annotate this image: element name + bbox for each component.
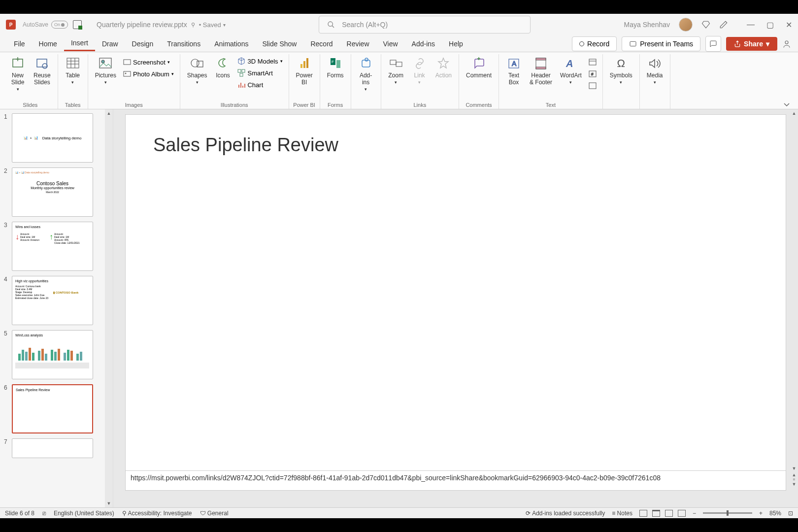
svg-rect-51 [18, 354, 21, 361]
zoom-in-button[interactable]: + [759, 510, 763, 517]
symbols-button[interactable]: ΩSymbols▾ [607, 55, 635, 86]
text-predictions-icon[interactable]: ⎚ [42, 510, 46, 517]
slide-thumbnail-2[interactable]: 📊 + 📊 Data storytelling demoContoso Sale… [12, 167, 93, 217]
minimize-button[interactable]: — [747, 20, 755, 30]
header-footer-button[interactable]: Header & Footer [527, 55, 555, 87]
chart-button[interactable]: Chart [235, 80, 284, 90]
tab-design[interactable]: Design [125, 37, 161, 51]
pen-icon[interactable] [719, 20, 728, 29]
diamond-icon[interactable] [701, 20, 710, 29]
date-time-button[interactable] [587, 57, 598, 67]
svg-point-19 [191, 59, 199, 67]
tab-record[interactable]: Record [303, 37, 339, 51]
screenshot-icon [123, 58, 131, 66]
slideshow-view-button[interactable] [678, 510, 686, 517]
wordart-button[interactable]: AWordArt▾ [557, 55, 585, 86]
reuse-slides-button[interactable]: Reuse Slides [31, 55, 54, 87]
thumbnail-scrollbar[interactable]: ▲▼ [105, 109, 113, 507]
slide-thumbnail-5[interactable]: Win/Loss analysis [12, 330, 93, 379]
slide-title[interactable]: Sales Pipeline Review [153, 134, 758, 156]
slide-number-button[interactable]: # [587, 69, 598, 79]
link-icon [412, 56, 428, 71]
share-button[interactable]: Share ▾ [726, 37, 777, 51]
new-slide-button[interactable]: New Slide▾ [7, 55, 29, 93]
general-status[interactable]: 🛡 General [200, 510, 229, 517]
search-input[interactable]: Search (Alt+Q) [319, 16, 531, 33]
pictures-button[interactable]: Pictures▾ [92, 55, 119, 86]
addins-status[interactable]: ⟳ Add-ins loaded successfully [526, 510, 605, 517]
tab-addins[interactable]: Add-ins [405, 37, 442, 51]
link-button[interactable]: Link▾ [409, 55, 431, 86]
number-icon: # [589, 70, 597, 78]
zoom-out-button[interactable]: − [693, 510, 696, 517]
tab-home[interactable]: Home [32, 37, 64, 51]
document-title[interactable]: Quarterly pipeline review.pptx [97, 21, 187, 29]
zoom-percentage[interactable]: 85% [769, 510, 781, 517]
svg-line-1 [332, 26, 334, 28]
language[interactable]: English (United States) [54, 510, 114, 517]
object-button[interactable] [587, 81, 598, 91]
slide-canvas[interactable]: Sales Pipeline Review [125, 114, 786, 471]
tab-file[interactable]: File [7, 37, 32, 51]
textbox-button[interactable]: AText Box [503, 55, 525, 87]
screenshot-button[interactable]: Screenshot ▾ [121, 57, 176, 67]
comments-button[interactable] [705, 36, 721, 52]
shapes-button[interactable]: Shapes▾ [184, 55, 210, 86]
forms-button[interactable]: FForms [324, 55, 347, 80]
svg-rect-60 [54, 352, 57, 361]
media-button[interactable]: Media▾ [644, 55, 666, 86]
svg-rect-50 [589, 83, 596, 89]
slide-thumbnail-6[interactable]: Sales Pipeline Review [12, 384, 93, 433]
tab-animations[interactable]: Animations [207, 37, 255, 51]
new-slide-icon [10, 56, 26, 71]
normal-view-button[interactable] [639, 510, 647, 517]
present-in-teams-button[interactable]: Present in Teams [622, 36, 700, 51]
save-icon[interactable] [73, 20, 82, 29]
reading-view-button[interactable] [665, 510, 673, 517]
svg-rect-32 [336, 60, 340, 68]
chevron-down-icon[interactable]: ▾ [223, 22, 226, 28]
svg-text:F: F [332, 60, 334, 64]
icons-button[interactable]: Icons [212, 55, 233, 80]
autosave-toggle[interactable]: On [51, 21, 68, 29]
3d-models-button[interactable]: 3D Models ▾ [235, 56, 284, 66]
collapse-ribbon-button[interactable] [778, 100, 795, 109]
notes-pane[interactable]: https://msit.powerbi.com/links/d2W874ZJO… [125, 471, 786, 491]
svg-rect-57 [41, 349, 44, 361]
slide-position[interactable]: Slide 6 of 8 [5, 510, 34, 517]
avatar[interactable] [679, 18, 693, 32]
accessibility-status[interactable]: ⚲ Accessibility: Investigate [122, 510, 192, 517]
tab-draw[interactable]: Draw [95, 37, 125, 51]
canvas-scrollbar[interactable]: ▲▼▲≡▼ [790, 109, 798, 487]
table-button[interactable]: Table▾ [62, 55, 84, 86]
tab-transitions[interactable]: Transitions [160, 37, 207, 51]
notes-toggle[interactable]: ≡ Notes [612, 510, 632, 517]
zoom-slider[interactable] [703, 512, 752, 514]
tab-insert[interactable]: Insert [64, 36, 95, 51]
slide-thumbnail-4[interactable]: High viz opportunitiesAccount: Contoso b… [12, 276, 93, 325]
zoom-button[interactable]: Zoom▾ [385, 55, 407, 86]
powerbi-button[interactable]: Power BI [293, 55, 316, 87]
slide-thumbnail-7[interactable] [12, 438, 93, 458]
people-icon[interactable] [782, 39, 791, 48]
slide-thumbnail-3[interactable]: Wins and losses↓Account Deal size: 1M Ac… [12, 222, 93, 271]
slide-sorter-view-button[interactable] [652, 510, 660, 517]
close-button[interactable]: ✕ [786, 20, 792, 30]
new-comment-icon [471, 56, 487, 71]
tab-help[interactable]: Help [442, 37, 470, 51]
photo-album-button[interactable]: Photo Album ▾ [121, 69, 176, 79]
svg-rect-43 [536, 58, 546, 60]
record-dot-icon [579, 41, 584, 46]
addins-button[interactable]: Add- ins▾ [355, 55, 377, 93]
maximize-button[interactable]: ▢ [766, 20, 774, 30]
tab-slide-show[interactable]: Slide Show [255, 37, 303, 51]
action-button[interactable]: Action [432, 55, 455, 80]
status-bar: Slide 6 of 8 ⎚ English (United States) ⚲… [0, 507, 798, 518]
fit-to-window-button[interactable]: ⊡ [788, 510, 793, 517]
comment-ribbon-button[interactable]: Comment [463, 55, 495, 80]
tab-review[interactable]: Review [340, 37, 376, 51]
record-button[interactable]: Record [572, 36, 617, 51]
slide-thumbnail-1[interactable]: 📊+📊Data storytelling demo [12, 113, 93, 163]
smartart-button[interactable]: SmartArt [235, 68, 284, 78]
tab-view[interactable]: View [376, 37, 405, 51]
